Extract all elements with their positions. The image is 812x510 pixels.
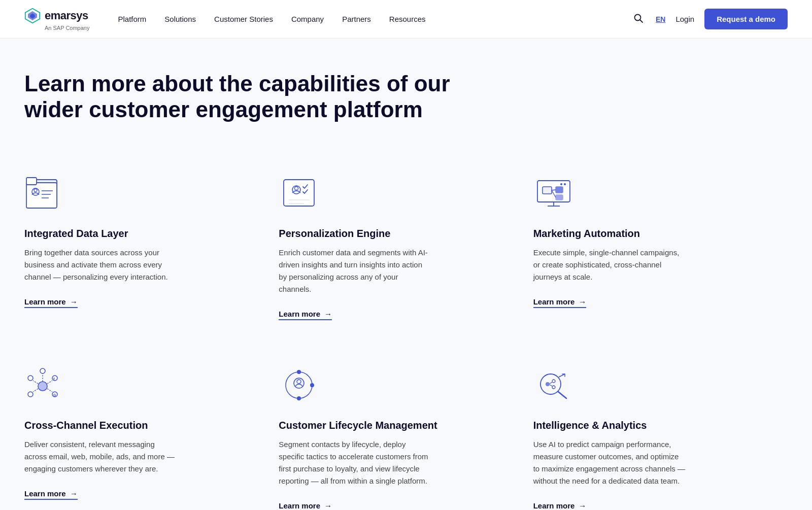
customer-lifecycle-management-desc: Segment contacts by lifecycle, deploy sp…: [279, 438, 431, 487]
integrated-data-layer-title: Integrated Data Layer: [24, 228, 254, 240]
svg-line-4: [640, 20, 642, 23]
svg-point-32: [28, 392, 33, 397]
feature-intelligence-analytics: Intelligence & Analytics Use AI to predi…: [533, 345, 788, 510]
integrated-data-layer-icon: [24, 173, 65, 214]
svg-point-43: [297, 370, 301, 374]
marketing-automation-icon: [533, 173, 574, 214]
customer-lifecycle-management-learn-more[interactable]: Learn more →: [279, 501, 332, 510]
svg-point-3: [634, 15, 640, 21]
svg-line-37: [33, 381, 38, 384]
page-title: Learn more about the capabilities of our…: [24, 71, 471, 122]
integrated-data-layer-desc: Bring together data sources across your …: [24, 247, 177, 283]
search-icon: [633, 13, 644, 23]
logo-icon: [24, 8, 41, 24]
svg-point-30: [28, 376, 33, 381]
features-grid: Integrated Data Layer Bring together dat…: [24, 153, 788, 510]
nav-solutions[interactable]: Solutions: [164, 15, 196, 23]
svg-point-21: [564, 183, 566, 185]
intelligence-analytics-icon: [533, 365, 574, 405]
svg-line-40: [47, 389, 52, 392]
cross-channel-execution-desc: Deliver consistent, relevant messaging a…: [24, 438, 177, 475]
svg-point-20: [560, 183, 562, 185]
feature-marketing-automation: Marketing Automation Execute simple, sin…: [533, 153, 788, 345]
svg-line-49: [558, 392, 566, 398]
svg-line-39: [33, 389, 38, 392]
customer-lifecycle-management-title: Customer Lifecycle Management: [279, 420, 509, 431]
nav-platform[interactable]: Platform: [118, 15, 146, 23]
logo-sub: An SAP Company: [45, 25, 89, 31]
svg-rect-22: [543, 187, 552, 194]
svg-point-52: [552, 386, 555, 389]
svg-rect-24: [556, 195, 563, 200]
svg-point-29: [38, 382, 47, 391]
svg-line-38: [47, 381, 52, 384]
personalization-engine-icon: [279, 173, 319, 214]
customer-lifecycle-management-icon: [279, 365, 319, 405]
nav-links: Platform Solutions Customer Stories Comp…: [118, 15, 631, 23]
intelligence-analytics-desc: Use AI to predict campaign performance, …: [533, 438, 686, 487]
cross-channel-execution-title: Cross-Channel Execution: [24, 420, 254, 431]
feature-integrated-data-layer: Integrated Data Layer Bring together dat…: [24, 153, 279, 345]
svg-line-53: [550, 382, 552, 384]
personalization-engine-desc: Enrich customer data and segments with A…: [279, 247, 431, 295]
logo-text: emarsys: [45, 9, 88, 22]
svg-text:f: f: [53, 377, 55, 381]
integrated-data-layer-learn-more[interactable]: Learn more →: [24, 297, 78, 308]
personalization-engine-learn-more[interactable]: Learn more →: [279, 310, 332, 320]
intelligence-analytics-learn-more[interactable]: Learn more →: [533, 501, 587, 510]
svg-rect-8: [26, 178, 37, 185]
svg-point-48: [540, 374, 561, 394]
feature-personalization-engine: Personalization Engine Enrich customer d…: [279, 153, 533, 345]
svg-point-45: [297, 396, 301, 400]
intelligence-analytics-title: Intelligence & Analytics: [533, 420, 763, 431]
search-button[interactable]: [631, 11, 646, 27]
cross-channel-execution-learn-more[interactable]: Learn more →: [24, 489, 78, 500]
marketing-automation-title: Marketing Automation: [533, 228, 763, 240]
svg-point-51: [552, 380, 555, 383]
navigation: emarsys An SAP Company Platform Solution…: [0, 0, 812, 39]
svg-rect-7: [26, 183, 57, 208]
svg-text:G: G: [53, 393, 56, 397]
svg-point-50: [546, 382, 550, 386]
svg-rect-23: [556, 187, 563, 193]
language-selector[interactable]: EN: [656, 15, 665, 23]
svg-point-34: [40, 368, 45, 373]
svg-line-55: [559, 374, 565, 377]
nav-resources[interactable]: Resources: [389, 15, 426, 23]
main-content: Learn more about the capabilities of our…: [0, 39, 812, 510]
svg-line-54: [550, 385, 552, 386]
marketing-automation-learn-more[interactable]: Learn more →: [533, 297, 587, 308]
logo[interactable]: emarsys An SAP Company: [24, 8, 89, 31]
nav-partners[interactable]: Partners: [342, 15, 371, 23]
nav-customer-stories[interactable]: Customer Stories: [214, 15, 273, 23]
marketing-automation-desc: Execute simple, single-channel campaigns…: [533, 247, 686, 283]
feature-cross-channel-execution: f G Cross-Channel Execution Deliver cons…: [24, 345, 279, 510]
svg-point-44: [310, 383, 314, 387]
cross-channel-execution-icon: f G: [24, 365, 65, 405]
feature-customer-lifecycle-management: Customer Lifecycle Management Segment co…: [279, 345, 533, 510]
login-button[interactable]: Login: [675, 15, 694, 23]
request-demo-button[interactable]: Request a demo: [704, 9, 788, 29]
personalization-engine-title: Personalization Engine: [279, 228, 509, 240]
nav-right: EN Login Request a demo: [631, 9, 788, 29]
nav-company[interactable]: Company: [291, 15, 324, 23]
